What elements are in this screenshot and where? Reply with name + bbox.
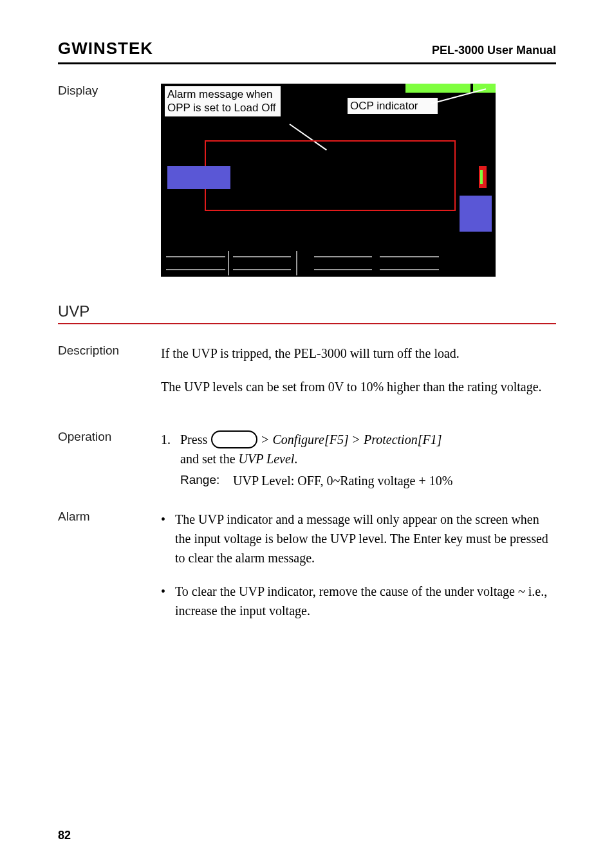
set-line: and set the UVP Level.: [180, 449, 556, 468]
display-content: Alarm message when OPP is set to Load Of…: [161, 84, 556, 277]
operation-row: Operation 1. Press > Configure[F5] > Pro…: [58, 430, 556, 490]
callout-ocp-indicator: OCP indicator: [348, 98, 438, 114]
display-section: Display Alarm message when OPP is set to…: [58, 84, 556, 277]
alarm-list: The UVP indicator and a message will onl…: [161, 510, 556, 620]
softkey-tab-2: [233, 256, 291, 270]
manual-title: PEL-3000 User Manual: [432, 44, 556, 57]
indicator-green-small: [480, 170, 483, 184]
description-p1: If the UVP is tripped, the PEL-3000 will…: [161, 344, 556, 363]
display-label: Display: [58, 84, 161, 98]
indicator-bar-green: [405, 84, 496, 93]
softkey-tab-1: [166, 256, 225, 270]
range-row: Range: UVP Level: OFF, 0~Rating voltage …: [180, 471, 556, 490]
menu-configure: Configure[F5]: [273, 430, 349, 449]
range-label: Range:: [180, 471, 233, 490]
set-line-a: and set the: [180, 452, 236, 466]
range-value: UVP Level: OFF, 0~Rating voltage + 10%: [233, 471, 452, 490]
callout-arrow-2: [431, 103, 489, 122]
brand-logo: GWINSTEK: [58, 39, 153, 59]
softkey-tab-4: [380, 256, 439, 270]
description-row: Description If the UVP is tripped, the P…: [58, 344, 556, 411]
header-rule: [58, 62, 556, 64]
callout-opp-alarm: Alarm message when OPP is set to Load Of…: [165, 86, 281, 116]
set-line-c: .: [294, 452, 297, 466]
display-diagram: Alarm message when OPP is set to Load Of…: [161, 84, 496, 277]
page-number: 82: [58, 829, 71, 842]
ui-block-blue-2: [460, 196, 492, 232]
operation-label: Operation: [58, 430, 161, 444]
operation-step-1: 1. Press > Configure[F5] > Protection[F1…: [161, 430, 556, 490]
softkey-tab-3: [314, 256, 372, 270]
alarm-row: Alarm The UVP indicator and a message wi…: [58, 510, 556, 634]
set-line-b: UVP Level: [239, 452, 295, 466]
alarm-content: The UVP indicator and a message will onl…: [161, 510, 556, 634]
uvp-rule: [58, 323, 556, 324]
press-line: Press > Configure[F5] > Protection[F1]: [180, 430, 556, 449]
ui-block-blue-1: [167, 166, 230, 189]
description-content: If the UVP is tripped, the PEL-3000 will…: [161, 344, 556, 411]
operation-body: Press > Configure[F5] > Protection[F1] a…: [180, 430, 556, 490]
uvp-heading: UVP: [58, 302, 556, 320]
alarm-frame: [205, 140, 456, 211]
operation-content: 1. Press > Configure[F5] > Protection[F1…: [161, 430, 556, 490]
tab-divider-2: [296, 251, 297, 275]
tab-divider-1: [228, 251, 229, 275]
alarm-bullet-2: To clear the UVP indicator, remove the c…: [161, 582, 556, 620]
press-word: Press: [180, 430, 207, 449]
alarm-label: Alarm: [58, 510, 161, 524]
operation-number: 1.: [161, 430, 180, 490]
hardware-button-icon: [211, 430, 257, 448]
description-p2: The UVP levels can be set from 0V to 10%…: [161, 377, 556, 396]
alarm-bullet-1: The UVP indicator and a message will onl…: [161, 510, 556, 568]
gt2: >: [353, 430, 360, 449]
description-label: Description: [58, 344, 161, 358]
gt1: >: [261, 430, 268, 449]
menu-protection: Protection[F1]: [364, 430, 442, 449]
page-header: GWINSTEK PEL-3000 User Manual: [58, 39, 556, 59]
logo-text: GWINSTEK: [58, 39, 153, 58]
